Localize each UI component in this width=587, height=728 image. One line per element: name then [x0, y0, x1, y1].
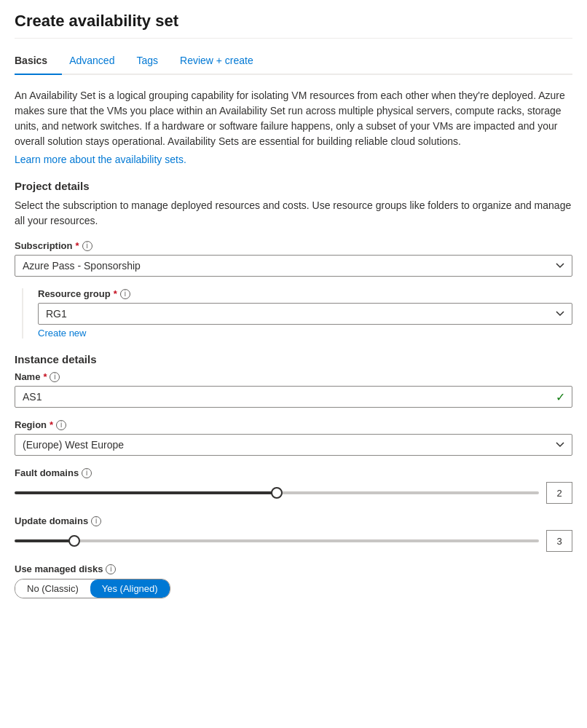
resource-group-info-icon[interactable]: i [120, 289, 130, 299]
managed-disks-no-classic[interactable]: No (Classic) [15, 579, 90, 598]
learn-more-link[interactable]: Learn more about the availability sets. [15, 154, 186, 165]
region-select[interactable]: (Europe) West Europe [15, 434, 572, 456]
managed-disks-label: Use managed disks i [15, 563, 572, 574]
page-title: Create availability set [15, 12, 572, 39]
managed-disks-info-icon[interactable]: i [106, 564, 116, 574]
name-valid-checkmark: ✓ [556, 390, 565, 404]
name-field-group: Name * i ✓ [15, 371, 572, 408]
managed-disks-toggle-group: No (Classic) Yes (Aligned) [15, 579, 170, 598]
update-domains-section: Update domains i 3 [15, 515, 572, 552]
subscription-field-group: Subscription * i Azure Pass - Sponsorshi… [15, 240, 572, 277]
update-domains-slider-row: 3 [15, 530, 572, 552]
update-domains-value: 3 [546, 530, 572, 552]
region-label: Region * i [15, 419, 572, 430]
region-field-group: Region * i (Europe) West Europe [15, 419, 572, 456]
fault-domains-info-icon[interactable]: i [82, 468, 92, 478]
description-text: An Availability Set is a logical groupin… [15, 88, 572, 149]
region-info-icon[interactable]: i [56, 420, 66, 430]
subscription-required: * [75, 240, 79, 251]
resource-group-required: * [114, 288, 117, 299]
project-details-description: Select the subscription to manage deploy… [15, 198, 572, 229]
name-required: * [43, 371, 47, 382]
name-input[interactable] [15, 386, 572, 408]
tab-tags[interactable]: Tags [136, 47, 173, 75]
fault-domains-slider-row: 2 [15, 482, 572, 504]
instance-details-title: Instance details [15, 353, 572, 365]
update-domains-slider[interactable] [15, 539, 539, 542]
managed-disks-section: Use managed disks i No (Classic) Yes (Al… [15, 563, 572, 598]
subscription-select[interactable]: Azure Pass - Sponsorship [15, 255, 572, 277]
tab-advanced[interactable]: Advanced [69, 47, 129, 75]
fault-domains-value: 2 [546, 482, 572, 504]
update-domains-slider-wrapper [15, 534, 539, 548]
name-input-wrapper: ✓ [15, 386, 572, 408]
subscription-info-icon[interactable]: i [82, 241, 92, 251]
resource-group-select[interactable]: RG1 [38, 303, 572, 325]
tab-basics[interactable]: Basics [15, 47, 62, 75]
subscription-label: Subscription * i [15, 240, 572, 251]
resource-group-label: Resource group * i [38, 288, 572, 299]
fault-domains-slider-wrapper [15, 486, 539, 500]
fault-domains-slider[interactable] [15, 491, 539, 494]
fault-domains-section: Fault domains i 2 [15, 467, 572, 504]
tab-review-create[interactable]: Review + create [180, 47, 268, 75]
resource-group-indent: Resource group * i RG1 Create new [22, 288, 572, 339]
update-domains-info-icon[interactable]: i [91, 516, 101, 526]
region-required: * [50, 419, 53, 430]
managed-disks-yes-aligned[interactable]: Yes (Aligned) [90, 579, 170, 598]
update-domains-label: Update domains i [15, 515, 572, 526]
name-info-icon[interactable]: i [50, 372, 60, 382]
tab-bar: Basics Advanced Tags Review + create [15, 47, 572, 75]
name-label: Name * i [15, 371, 572, 382]
resource-group-field-group: Resource group * i RG1 Create new [38, 288, 572, 339]
project-details-title: Project details [15, 180, 572, 192]
fault-domains-label: Fault domains i [15, 467, 572, 478]
create-new-link[interactable]: Create new [38, 328, 86, 339]
